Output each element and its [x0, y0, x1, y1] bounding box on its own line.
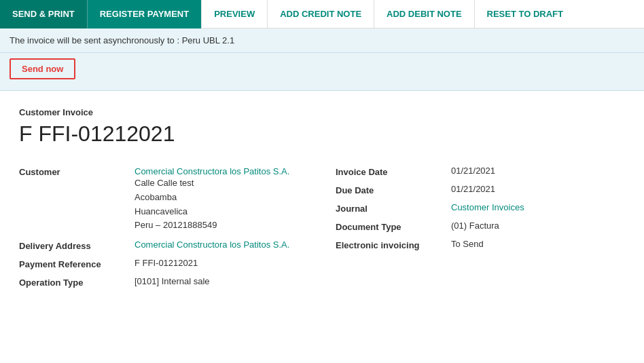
delivery-value-link[interactable]: Comercial Constructora los Patitos S.A. — [135, 240, 308, 250]
document-number: F FFI-01212021 — [19, 121, 625, 147]
notification-message: The invoice will be sent asynchronously … — [10, 35, 234, 45]
journal-label: Journal — [336, 202, 444, 214]
document-type-label: Customer Invoice — [19, 107, 625, 117]
customer-name-link[interactable]: Comercial Constructora los Patitos S.A. — [135, 166, 289, 176]
customer-label: Customer — [19, 166, 128, 177]
operation-type-label: Operation Type — [19, 276, 128, 288]
delivery-label: Delivery Address — [19, 240, 128, 251]
due-date-value: 01/21/2021 — [451, 184, 625, 194]
address-line2: Acobamba — [135, 191, 308, 205]
notification-bar: The invoice will be sent asynchronously … — [0, 28, 644, 53]
main-content: Customer Invoice F FFI-01212021 Customer… — [0, 91, 644, 304]
address-line4: Peru – 20121888549 — [135, 218, 308, 233]
preview-button[interactable]: PREVIEW — [201, 0, 267, 28]
address-line1: Calle Calle test — [135, 176, 308, 191]
info-grid: Customer Comercial Constructora los Pati… — [19, 166, 625, 288]
address-line3: Huancavelica — [135, 205, 308, 219]
payment-ref-value: F FFI-01212021 — [135, 258, 308, 268]
customer-value: Comercial Constructora los Patitos S.A. … — [135, 166, 308, 233]
operation-type-value: [0101] Internal sale — [135, 276, 308, 286]
document-type-field-value: (01) Factura — [451, 221, 625, 231]
send-print-button[interactable]: SEND & PRINT — [0, 0, 88, 28]
payment-ref-label: Payment Reference — [19, 258, 128, 269]
toolbar: SEND & PRINT REGISTER PAYMENT PREVIEW AD… — [0, 0, 644, 28]
invoice-date-label: Invoice Date — [336, 166, 444, 177]
document-type-field-label: Document Type — [336, 221, 444, 232]
send-now-button[interactable]: Send now — [10, 58, 75, 79]
left-fields: Customer Comercial Constructora los Pati… — [19, 166, 308, 288]
add-credit-note-button[interactable]: ADD CREDIT NOTE — [267, 0, 374, 28]
electronic-invoicing-label: Electronic invoicing — [336, 239, 444, 250]
register-payment-button[interactable]: REGISTER PAYMENT — [88, 0, 201, 28]
invoice-date-value: 01/21/2021 — [451, 166, 625, 176]
journal-value-link[interactable]: Customer Invoices — [451, 202, 625, 212]
due-date-label: Due Date — [336, 184, 444, 195]
customer-address: Calle Calle test Acobamba Huancavelica P… — [135, 176, 308, 233]
reset-to-draft-button[interactable]: RESET TO DRAFT — [474, 0, 575, 28]
add-debit-note-button[interactable]: ADD DEBIT NOTE — [374, 0, 474, 28]
send-now-area: Send now — [0, 53, 644, 91]
electronic-invoicing-value: To Send — [451, 239, 625, 249]
right-fields: Invoice Date 01/21/2021 Due Date 01/21/2… — [336, 166, 625, 288]
